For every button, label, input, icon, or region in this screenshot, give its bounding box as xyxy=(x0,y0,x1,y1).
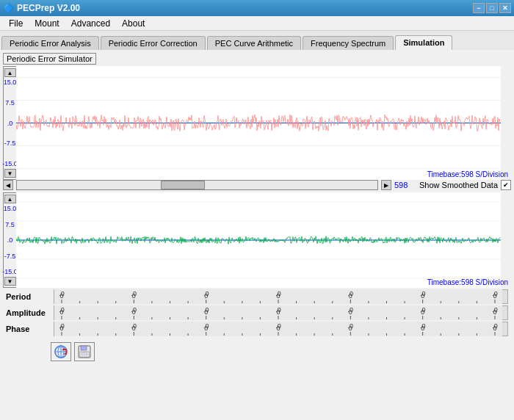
simulator-label: Periodic Error Simulator xyxy=(3,53,96,65)
title-bar-left: 🔷 PECPrep V2.00 xyxy=(3,3,80,13)
chart1-yaxis: ▲ 15.0 7.5 .0 -7.5 -15.0 ▼ xyxy=(3,66,16,180)
menu-mount[interactable]: Mount xyxy=(29,18,65,29)
period-slider-track[interactable] xyxy=(54,289,508,304)
chart2-area: Timebase:598 S/Division xyxy=(16,192,511,288)
title-bar-controls[interactable]: − □ ✕ xyxy=(473,3,511,13)
chart1-scroll-up[interactable]: ▲ xyxy=(4,68,16,77)
scrollbar-row: ◀ ▶ 598 Show Smoothed Data ✔ xyxy=(3,180,511,190)
close-button[interactable]: ✕ xyxy=(499,3,511,13)
minimize-button[interactable]: − xyxy=(473,3,485,13)
period-slider-canvas[interactable] xyxy=(54,289,502,304)
svg-rect-9 xyxy=(82,352,87,355)
amplitude-slider-track[interactable] xyxy=(54,305,508,320)
scroll-left-button[interactable]: ◀ xyxy=(3,180,13,190)
chart1-scroll-down[interactable]: ▼ xyxy=(4,169,16,178)
globe-button[interactable] xyxy=(51,342,71,361)
controls-area: Period Amplitude Phase xyxy=(3,288,511,339)
scrollbar-track[interactable] xyxy=(16,180,378,190)
save-button[interactable] xyxy=(74,342,95,361)
period-label: Period xyxy=(6,292,54,301)
show-smoothed-checkbox[interactable]: ✔ xyxy=(501,180,511,190)
svg-rect-7 xyxy=(81,346,87,350)
menu-advanced[interactable]: Advanced xyxy=(65,18,116,29)
chart1-canvas xyxy=(16,66,501,180)
chart1-wrapper: ▲ 15.0 7.5 .0 -7.5 -15.0 ▼ Timebase:598 … xyxy=(3,66,511,180)
save-icon xyxy=(77,344,92,359)
menu-file[interactable]: File xyxy=(3,18,29,29)
app-icon: 🔷 xyxy=(3,3,14,13)
tab-periodic-error-analysis[interactable]: Periodic Error Analysis xyxy=(1,36,99,50)
tab-periodic-error-correction[interactable]: Periodic Error Correction xyxy=(101,36,206,50)
phase-slider-canvas[interactable] xyxy=(54,322,502,336)
tabs-bar: Periodic Error Analysis Periodic Error C… xyxy=(0,31,514,50)
chart2-scroll-up[interactable]: ▲ xyxy=(4,195,16,203)
phase-row: Phase xyxy=(6,322,508,336)
chart2-timebase: Timebase:598 S/Division xyxy=(427,278,508,286)
amplitude-slider-canvas[interactable] xyxy=(54,305,502,320)
amplitude-label: Amplitude xyxy=(6,308,54,317)
chart2-yaxis-values: 15.0 7.5 .0 -7.5 -15.0 xyxy=(2,203,18,277)
amplitude-row: Amplitude xyxy=(6,305,508,320)
bottom-buttons xyxy=(3,339,511,363)
phase-label: Phase xyxy=(6,325,54,333)
tab-frequency-spectrum[interactable]: Frequency Spectrum xyxy=(303,36,394,50)
show-smoothed-label: Show Smoothed Data xyxy=(419,181,498,189)
phase-slider-track[interactable] xyxy=(54,322,508,336)
tab-simulation[interactable]: Simulation xyxy=(395,35,452,50)
chart2-wrapper: ▲ 15.0 7.5 .0 -7.5 -15.0 ▼ Timebase:598 … xyxy=(3,192,511,288)
scroll-value: 598 xyxy=(394,181,416,189)
scrollbar-thumb[interactable] xyxy=(161,181,205,189)
title-bar: 🔷 PECPrep V2.00 − □ ✕ xyxy=(0,0,514,16)
chart1-area: Timebase:598 S/Division xyxy=(16,66,511,180)
chart2-scroll-down[interactable]: ▼ xyxy=(4,277,16,286)
chart2-yaxis: ▲ 15.0 7.5 .0 -7.5 -15.0 ▼ xyxy=(3,192,16,288)
main-content: Periodic Error Simulator ▲ 15.0 7.5 .0 -… xyxy=(0,50,514,420)
chart1-timebase: Timebase:598 S/Division xyxy=(427,170,508,178)
tab-pec-curve-arithmetic[interactable]: PEC Curve Arithmetic xyxy=(207,36,301,50)
maximize-button[interactable]: □ xyxy=(486,3,498,13)
chart1-yaxis-values: 15.0 7.5 .0 -7.5 -15.0 xyxy=(2,77,18,169)
menu-about[interactable]: About xyxy=(116,18,151,29)
menu-bar: File Mount Advanced About xyxy=(0,16,514,31)
scroll-right-button[interactable]: ▶ xyxy=(381,180,391,190)
svg-point-4 xyxy=(55,346,67,358)
globe-icon xyxy=(54,344,68,359)
period-row: Period xyxy=(6,289,508,304)
app-title: PECPrep V2.00 xyxy=(17,3,80,13)
chart2-canvas xyxy=(16,192,501,288)
